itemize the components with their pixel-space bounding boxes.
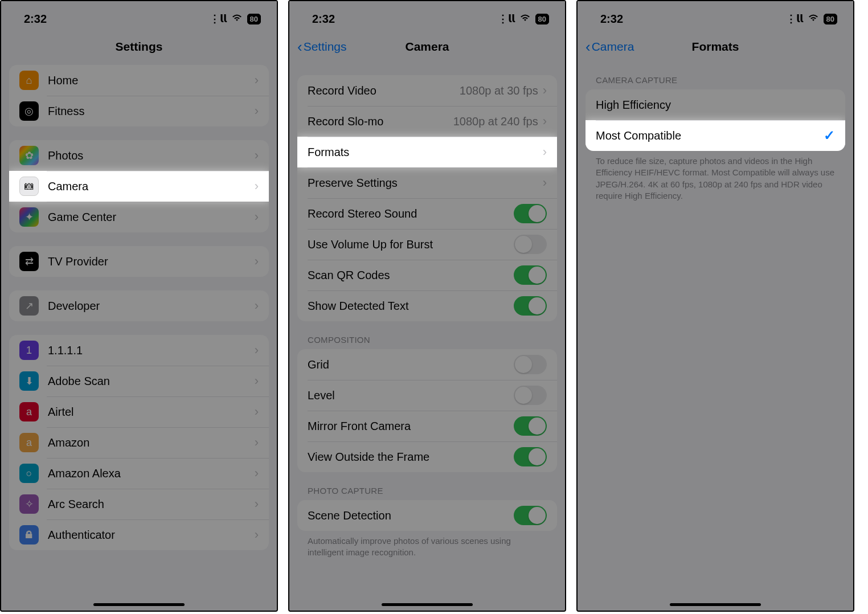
nav-bar: ‹ Camera Formats	[578, 32, 853, 62]
settings-row-airtel[interactable]: a Airtel ›	[9, 396, 269, 427]
chevron-right-icon: ›	[255, 435, 259, 450]
home-indicator[interactable]	[93, 603, 185, 606]
row-label: Mirror Front Camera	[308, 420, 514, 433]
home-indicator[interactable]	[382, 603, 473, 606]
settings-row-authenticator[interactable]: 🔒︎ Authenticator ›	[9, 519, 269, 550]
battery-icon: 80	[535, 14, 549, 24]
row-label: Use Volume Up for Burst	[308, 238, 514, 251]
row-label: View Outside the Frame	[308, 451, 514, 464]
chevron-left-icon: ‹	[586, 39, 591, 54]
section-footer-capture: To reduce file size, capture photos and …	[586, 151, 845, 202]
tv-icon: ⇄	[19, 252, 39, 271]
chevron-left-icon: ‹	[297, 39, 302, 54]
nav-bar: ‹ Settings Camera	[289, 32, 565, 62]
row-record-video[interactable]: Record Video 1080p at 30 fps ›	[297, 75, 557, 106]
camera-icon: 📷︎	[19, 177, 39, 196]
row-label: Photos	[48, 149, 255, 162]
row-volume-burst: Use Volume Up for Burst	[297, 229, 557, 260]
settings-row-adobe[interactable]: ⬇ Adobe Scan ›	[9, 366, 269, 396]
battery-icon: 80	[247, 14, 261, 24]
row-formats[interactable]: Formats ›	[297, 137, 557, 167]
row-label: Preserve Settings	[308, 177, 543, 190]
wifi-icon	[231, 13, 243, 25]
settings-row-developer[interactable]: ↗ Developer ›	[9, 290, 269, 321]
chevron-right-icon: ›	[255, 210, 259, 224]
section-header-photo: PHOTO CAPTURE	[297, 486, 557, 500]
toggle-level[interactable]	[514, 386, 547, 405]
toggle-detected-text[interactable]	[514, 296, 547, 316]
status-bar: 2:32 ⋮𝗹𝗹 80	[578, 1, 853, 32]
chevron-right-icon: ›	[543, 114, 547, 129]
chevron-right-icon: ›	[255, 254, 259, 269]
settings-row-camera[interactable]: 📷︎ Camera ›	[9, 171, 269, 202]
toggle-volume-burst[interactable]	[514, 235, 547, 254]
row-label: Record Slo-mo	[308, 115, 453, 128]
developer-icon: ↗	[19, 296, 39, 316]
chevron-right-icon: ›	[255, 497, 259, 511]
settings-row-fitness[interactable]: ◎ Fitness ›	[9, 96, 269, 126]
signal-icon: ⋮𝗹𝗹	[498, 13, 515, 25]
row-label: Record Video	[308, 84, 460, 97]
row-label: Show Detected Text	[308, 300, 514, 313]
fitness-icon: ◎	[19, 101, 39, 121]
toggle-mirror[interactable]	[514, 416, 547, 436]
settings-row-amazon[interactable]: a Amazon ›	[9, 427, 269, 458]
chevron-right-icon: ›	[255, 404, 259, 419]
chevron-right-icon: ›	[543, 175, 547, 190]
settings-row-1111[interactable]: 1 1.1.1.1 ›	[9, 335, 269, 366]
toggle-scene[interactable]	[514, 506, 547, 525]
row-label: Level	[308, 389, 514, 402]
back-label: Camera	[592, 40, 634, 54]
page-title: Settings	[116, 40, 163, 54]
toggle-qr[interactable]	[514, 265, 547, 285]
row-record-slomo[interactable]: Record Slo-mo 1080p at 240 fps ›	[297, 106, 557, 137]
page-title: Camera	[405, 40, 449, 54]
row-label: Amazon	[48, 436, 255, 449]
adobe-icon: ⬇	[19, 371, 39, 391]
chevron-right-icon: ›	[255, 179, 259, 194]
panel-settings: 2:32 ⋮𝗹𝗹 80 Settings ⌂ Home › ◎ Fitness …	[0, 0, 278, 612]
page-title: Formats	[692, 40, 739, 54]
wifi-icon	[808, 13, 819, 25]
settings-row-tvprovider[interactable]: ⇄ TV Provider ›	[9, 246, 269, 277]
row-detected-text: Show Detected Text	[297, 290, 557, 321]
settings-row-home[interactable]: ⌂ Home ›	[9, 65, 269, 96]
toggle-grid[interactable]	[514, 355, 547, 374]
row-label: 1.1.1.1	[48, 344, 255, 357]
row-most-compatible[interactable]: Most Compatible ✓	[586, 120, 845, 151]
section-footer-photo: Automatically improve photos of various …	[297, 531, 557, 559]
status-bar: 2:32 ⋮𝗹𝗹 80	[289, 1, 565, 32]
1111-icon: 1	[19, 341, 39, 360]
battery-icon: 80	[824, 14, 837, 24]
settings-row-alexa[interactable]: ○ Amazon Alexa ›	[9, 458, 269, 489]
chevron-right-icon: ›	[255, 466, 259, 481]
row-label: Developer	[48, 300, 255, 313]
settings-row-arc[interactable]: ✧ Arc Search ›	[9, 489, 269, 519]
status-time: 2:32	[600, 13, 623, 26]
back-button[interactable]: ‹ Camera	[586, 39, 634, 54]
row-mirror-front: Mirror Front Camera	[297, 411, 557, 441]
chevron-right-icon: ›	[255, 374, 259, 388]
toggle-stereo[interactable]	[514, 204, 547, 223]
photos-icon: ✿	[19, 146, 39, 165]
alexa-icon: ○	[19, 464, 39, 483]
row-label: Arc Search	[48, 498, 255, 511]
panel-camera: 2:32 ⋮𝗹𝗹 80 ‹ Settings Camera Record Vid…	[288, 0, 566, 612]
home-indicator[interactable]	[670, 603, 761, 606]
status-time: 2:32	[312, 13, 335, 26]
row-preserve-settings[interactable]: Preserve Settings ›	[297, 167, 557, 198]
row-view-outside: View Outside the Frame	[297, 441, 557, 472]
row-label: Adobe Scan	[48, 375, 255, 388]
row-label: Airtel	[48, 406, 255, 419]
settings-row-photos[interactable]: ✿ Photos ›	[9, 140, 269, 171]
row-high-efficiency[interactable]: High Efficiency	[586, 89, 845, 120]
status-icons: ⋮𝗹𝗹 80	[786, 13, 837, 25]
toggle-outside[interactable]	[514, 447, 547, 466]
settings-row-gamecenter[interactable]: ✦ Game Center ›	[9, 202, 269, 232]
row-scene-detection: Scene Detection	[297, 500, 557, 531]
chevron-right-icon: ›	[255, 148, 259, 163]
back-button[interactable]: ‹ Settings	[297, 39, 347, 54]
checkmark-icon: ✓	[824, 128, 835, 144]
row-label: Scene Detection	[308, 509, 514, 522]
authenticator-icon: 🔒︎	[19, 525, 39, 545]
